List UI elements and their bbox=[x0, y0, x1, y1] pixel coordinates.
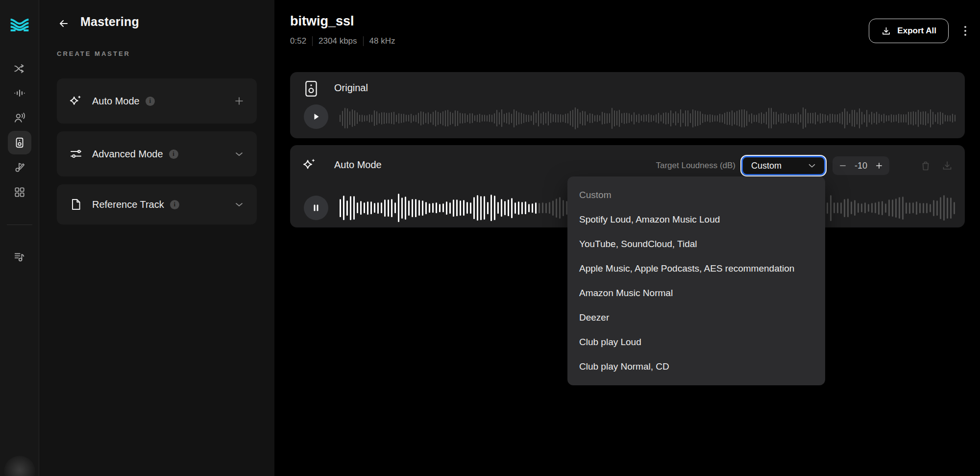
preset-option-spotify-loud[interactable]: Spotify Loud, Amazon Music Loud bbox=[567, 207, 825, 232]
mastering-speaker-icon[interactable] bbox=[8, 131, 31, 154]
advanced-mode-card-label: Advanced Mode bbox=[92, 149, 163, 160]
loudness-preset-dropdown-button[interactable]: Custom bbox=[741, 156, 826, 175]
split-tracks-icon[interactable] bbox=[8, 57, 31, 80]
export-all-label: Export All bbox=[897, 26, 936, 36]
add-master-icon[interactable] bbox=[233, 95, 245, 107]
track-metadata: 0:52 2304 kbps 48 kHz bbox=[290, 36, 395, 46]
sparkle-icon bbox=[302, 157, 318, 173]
rail-divider bbox=[7, 225, 32, 225]
playlist-icon[interactable] bbox=[8, 245, 31, 269]
monitor-speaker-icon bbox=[303, 79, 319, 98]
meta-divider bbox=[363, 36, 364, 46]
reference-track-card[interactable]: Reference Track i bbox=[57, 184, 257, 225]
apps-grid-icon[interactable] bbox=[8, 180, 31, 204]
increase-loudness-button[interactable] bbox=[875, 161, 883, 170]
chevron-down-icon[interactable] bbox=[233, 199, 245, 210]
page-title: Mastering bbox=[80, 15, 139, 29]
meta-divider bbox=[312, 36, 313, 46]
back-button[interactable] bbox=[54, 14, 74, 33]
chevron-down-icon bbox=[807, 160, 817, 171]
voice-studio-icon[interactable] bbox=[8, 106, 31, 129]
delete-icon[interactable] bbox=[920, 160, 931, 172]
create-master-section-label: CREATE MASTER bbox=[57, 50, 130, 57]
mastering-sidebar: Mastering CREATE MASTER Auto Mode i Adva… bbox=[39, 0, 274, 476]
track-bitrate: 2304 kbps bbox=[318, 36, 357, 46]
preset-option-custom[interactable]: Custom bbox=[567, 183, 825, 207]
file-icon bbox=[69, 197, 83, 212]
icon-rail bbox=[0, 0, 39, 476]
track-title: bitwig_ssl bbox=[290, 14, 354, 29]
preset-option-club-loud[interactable]: Club play Loud bbox=[567, 330, 825, 354]
preset-option-deezer[interactable]: Deezer bbox=[567, 305, 825, 330]
info-icon[interactable]: i bbox=[169, 150, 178, 159]
waveform-icon[interactable] bbox=[8, 81, 31, 105]
advanced-mode-card[interactable]: Advanced Mode i bbox=[57, 131, 257, 176]
export-all-button[interactable]: Export All bbox=[869, 19, 949, 43]
pause-button[interactable] bbox=[304, 196, 328, 220]
download-icon bbox=[881, 26, 891, 36]
original-waveform[interactable] bbox=[340, 104, 956, 132]
auto-mode-controls: Target Loudness (dB) Custom -10 bbox=[656, 155, 953, 176]
target-loudness-label: Target Loudness (dB) bbox=[656, 161, 735, 171]
auto-mode-label: Auto Mode bbox=[334, 159, 382, 171]
row-actions bbox=[920, 160, 953, 172]
sparkle-icon bbox=[69, 94, 83, 108]
original-track-card: Original bbox=[290, 72, 965, 138]
track-sample-rate: 48 kHz bbox=[369, 36, 395, 46]
reference-track-card-label: Reference Track bbox=[92, 199, 164, 210]
loudness-stepper: -10 bbox=[833, 156, 889, 175]
original-track-label: Original bbox=[334, 82, 368, 94]
loudness-preset-menu: Custom Spotify Loud, Amazon Music Loud Y… bbox=[567, 176, 825, 385]
info-icon[interactable]: i bbox=[170, 200, 179, 209]
preset-option-club-normal-cd[interactable]: Club play Normal, CD bbox=[567, 354, 825, 379]
play-button[interactable] bbox=[304, 104, 328, 129]
preset-option-amazon-normal[interactable]: Amazon Music Normal bbox=[567, 281, 825, 305]
info-icon[interactable]: i bbox=[146, 97, 155, 106]
track-duration: 0:52 bbox=[290, 36, 306, 46]
auto-mode-card-label: Auto Mode bbox=[92, 96, 140, 107]
sliders-icon bbox=[69, 147, 83, 161]
loudness-value: -10 bbox=[855, 161, 867, 171]
app-logo[interactable] bbox=[9, 14, 30, 35]
decrease-loudness-button[interactable] bbox=[838, 161, 847, 170]
preset-option-youtube[interactable]: YouTube, SoundCloud, Tidal bbox=[567, 232, 825, 256]
main-content: bitwig_ssl 0:52 2304 kbps 48 kHz Export … bbox=[274, 0, 980, 476]
chevron-down-icon[interactable] bbox=[233, 148, 245, 160]
songwriting-icon[interactable] bbox=[8, 155, 31, 179]
avatar[interactable] bbox=[4, 456, 35, 476]
auto-mode-card[interactable]: Auto Mode i bbox=[57, 78, 257, 124]
preset-selected-value: Custom bbox=[751, 161, 782, 171]
preset-option-apple-music[interactable]: Apple Music, Apple Podcasts, AES recomme… bbox=[567, 256, 825, 281]
download-icon[interactable] bbox=[941, 160, 953, 172]
more-options-icon[interactable] bbox=[960, 23, 970, 39]
